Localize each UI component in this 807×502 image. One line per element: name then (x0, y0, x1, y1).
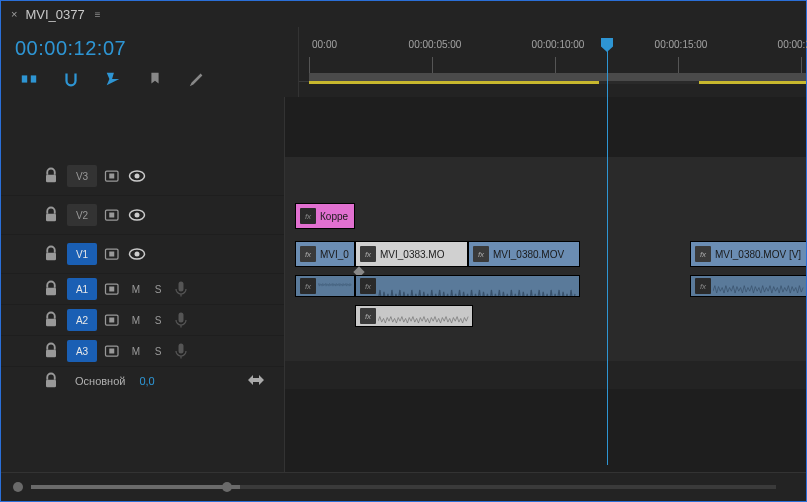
track-header-v3[interactable]: V3 (1, 157, 284, 196)
sync-lock-icon[interactable] (103, 205, 123, 225)
track-header-column: V3 V2 V1 A1 M S (1, 97, 284, 472)
fx-badge[interactable]: fx (695, 246, 711, 262)
lock-icon[interactable] (41, 341, 61, 361)
track-row-a2[interactable]: fx (285, 301, 806, 332)
sync-lock-icon[interactable] (103, 244, 123, 264)
fx-badge[interactable]: fx (473, 246, 489, 262)
playhead-handle[interactable] (601, 38, 613, 52)
ruler-tick: 00:00:05:00 (405, 39, 465, 50)
snap-icon[interactable] (61, 69, 81, 89)
mute-button[interactable]: M (127, 342, 145, 360)
svg-point-11 (135, 213, 140, 218)
master-track-header[interactable]: Основной 0,0 (1, 367, 284, 395)
master-track-label: Основной (75, 375, 125, 387)
insert-overwrite-icon[interactable] (19, 69, 39, 89)
sync-lock-icon[interactable] (103, 279, 123, 299)
playhead[interactable] (607, 45, 608, 465)
track-target-a2[interactable]: A2 (67, 309, 97, 331)
track-row-a3[interactable] (285, 331, 806, 362)
lock-icon[interactable] (41, 166, 61, 186)
clip[interactable]: fx (355, 305, 473, 327)
clip[interactable]: fx MVI_0380.MOV (468, 241, 580, 267)
track-row-v3[interactable] (285, 157, 806, 196)
track-header-v2[interactable]: V2 (1, 196, 284, 235)
fx-badge[interactable]: fx (360, 308, 376, 324)
sync-lock-icon[interactable] (103, 341, 123, 361)
marker-icon[interactable] (145, 69, 165, 89)
clip[interactable]: fx (355, 275, 580, 297)
output-icon[interactable] (248, 373, 264, 390)
svg-rect-4 (109, 174, 114, 179)
voice-over-icon[interactable] (171, 279, 191, 299)
svg-rect-14 (109, 252, 114, 257)
clip[interactable]: fx (690, 275, 806, 297)
scroll-thumb[interactable] (31, 485, 240, 489)
track-row-v2[interactable]: fx Корре (285, 195, 806, 234)
voice-over-icon[interactable] (171, 341, 191, 361)
settings-icon[interactable] (187, 69, 207, 89)
solo-button[interactable]: S (149, 280, 167, 298)
track-row-a1[interactable]: fx fx fx (285, 271, 806, 302)
clip[interactable]: fx MVI_0 (295, 241, 355, 267)
fx-badge[interactable]: fx (300, 278, 316, 294)
zoom-handle-right[interactable] (222, 482, 232, 492)
clip[interactable]: fx (295, 275, 355, 297)
time-ruler[interactable]: 00:00 00:00:05:00 00:00:10:00 00:00:15:0… (299, 53, 806, 82)
render-bar (599, 81, 699, 84)
tab-close-button[interactable]: × (11, 8, 17, 20)
fx-badge[interactable]: fx (360, 278, 376, 294)
work-area-bar[interactable] (309, 73, 806, 81)
playhead-timecode[interactable]: 00:00:12:07 (15, 37, 298, 60)
lock-icon[interactable] (41, 371, 61, 391)
tab-title[interactable]: MVI_0377 (25, 7, 84, 22)
fx-badge[interactable]: fx (695, 278, 711, 294)
waveform (318, 282, 352, 289)
master-track-value[interactable]: 0,0 (139, 375, 154, 387)
track-row-master[interactable] (285, 361, 806, 390)
track-target-v3[interactable]: V3 (67, 165, 97, 187)
solo-button[interactable]: S (149, 311, 167, 329)
lock-icon[interactable] (41, 205, 61, 225)
track-header-a2[interactable]: A2 M S (1, 305, 284, 336)
lock-icon[interactable] (41, 279, 61, 299)
scroll-track[interactable] (31, 485, 776, 489)
solo-button[interactable]: S (149, 342, 167, 360)
track-visibility-icon[interactable] (127, 166, 147, 186)
track-target-a3[interactable]: A3 (67, 340, 97, 362)
track-content-area[interactable]: fx Корре fx MVI_0 fx MVI_0383.MO fx MVI_… (284, 97, 806, 472)
svg-rect-27 (109, 349, 114, 354)
lock-icon[interactable] (41, 310, 61, 330)
svg-rect-12 (46, 253, 56, 261)
linked-selection-icon[interactable] (103, 69, 123, 89)
track-header-a1[interactable]: A1 M S (1, 274, 284, 305)
fx-badge[interactable]: fx (300, 208, 316, 224)
track-target-a1[interactable]: A1 (67, 278, 97, 300)
clip-name: MVI_0380.MOV [V] (715, 249, 801, 260)
track-row-v1[interactable]: fx MVI_0 fx MVI_0383.MO fx MVI_0380.MOV … (285, 233, 806, 272)
tab-menu-icon[interactable]: ≡ (95, 9, 101, 20)
fx-badge[interactable]: fx (360, 246, 376, 262)
track-header-v1[interactable]: V1 (1, 235, 284, 274)
fx-badge[interactable]: fx (300, 246, 316, 262)
ruler-tick: 00:00:15:00 (651, 39, 711, 50)
track-visibility-icon[interactable] (127, 244, 147, 264)
clip[interactable]: fx Корре (295, 203, 355, 229)
voice-over-icon[interactable] (171, 310, 191, 330)
clip[interactable]: fx MVI_0383.MO (355, 241, 468, 267)
sync-lock-icon[interactable] (103, 166, 123, 186)
lock-icon[interactable] (41, 244, 61, 264)
svg-rect-7 (46, 214, 56, 222)
track-target-v1[interactable]: V1 (67, 243, 97, 265)
clip[interactable]: fx MVI_0380.MOV [V] (690, 241, 806, 267)
track-visibility-icon[interactable] (127, 205, 147, 225)
svg-point-6 (135, 174, 140, 179)
mute-button[interactable]: M (127, 311, 145, 329)
waveform (378, 312, 470, 327)
zoom-handle-left[interactable] (13, 482, 23, 492)
sync-lock-icon[interactable] (103, 310, 123, 330)
track-target-v2[interactable]: V2 (67, 204, 97, 226)
render-bar (309, 81, 599, 84)
svg-rect-24 (179, 313, 184, 323)
track-header-a3[interactable]: A3 M S (1, 336, 284, 367)
mute-button[interactable]: M (127, 280, 145, 298)
